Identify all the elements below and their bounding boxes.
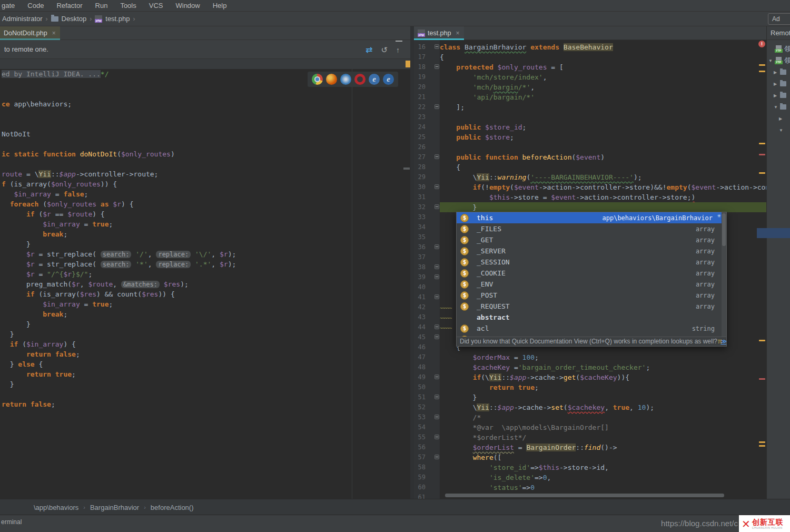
breadcrumb-item[interactable]: test.php	[105, 15, 130, 23]
code-line[interactable]: 22 ];	[414, 102, 766, 112]
splitter[interactable]	[410, 26, 414, 515]
code-line[interactable]: 30 if(!empty($event->action->controller-…	[414, 182, 766, 192]
remote-panel-selected-row[interactable]	[757, 228, 790, 238]
remote-tree-row[interactable]: ▼	[767, 124, 790, 136]
upload-icon[interactable]: ↑	[396, 40, 400, 60]
code-line[interactable]: 48 $cacheKey ='bargain_order_timeout_che…	[414, 362, 766, 372]
chevron-right-icon[interactable]: ▶	[774, 82, 778, 86]
code-line[interactable]: 55 *$orderList*/	[414, 432, 766, 442]
code-line[interactable]: 28 {	[414, 162, 766, 172]
fold-marker-icon[interactable]	[434, 244, 439, 249]
fold-marker-icon[interactable]	[434, 104, 439, 109]
code-line[interactable]: 26	[414, 142, 766, 152]
code-line[interactable]: 23	[414, 112, 766, 122]
chevron-down-icon[interactable]: ▼	[768, 58, 773, 63]
code-line[interactable]: 58 'store_id'=>$this->store->id,	[414, 462, 766, 472]
menu-item-code[interactable]: Code	[27, 2, 44, 9]
code-line[interactable]: return false;	[2, 399, 410, 409]
close-icon[interactable]: ×	[52, 29, 56, 37]
code-line[interactable]: NotDoIt	[2, 129, 410, 139]
breadcrumb-item[interactable]: \app\behaviors	[34, 504, 78, 511]
code-line[interactable]: 60 'status'=>0	[414, 482, 766, 492]
chevron-right-icon[interactable]: ▶	[774, 70, 778, 75]
code-line[interactable]	[2, 89, 410, 99]
remote-tree-row[interactable]: ▼领	[767, 55, 790, 66]
code-line[interactable]: 47 $orderMax = 100;	[414, 352, 766, 362]
code-line[interactable]: break;	[2, 229, 410, 239]
code-line[interactable]: $in_array = false;	[2, 189, 410, 199]
code-line[interactable]: ic static function doNotDoIt($only_route…	[2, 149, 410, 159]
breadcrumb-item[interactable]: beforeAction()	[151, 504, 194, 511]
tab-donotdoit-php[interactable]: DoNotDoIt.php ×	[0, 26, 60, 40]
code-line[interactable]: }	[2, 329, 410, 339]
remote-tree-row[interactable]: ▶	[767, 90, 790, 101]
code-line[interactable]: if ($in_array) {	[2, 339, 410, 349]
code-line[interactable]: } else {	[2, 359, 410, 369]
code-line[interactable]: $r = str_replace( search: '*', replace: …	[2, 259, 410, 269]
code-line[interactable]: break;	[2, 309, 410, 319]
fold-marker-icon[interactable]	[434, 334, 439, 339]
completion-item[interactable]: $_FILESarray	[457, 223, 726, 234]
menu-item-run[interactable]: Run	[95, 2, 108, 9]
code-line[interactable]: 32 }	[414, 202, 766, 212]
remote-tree-row[interactable]: ▶	[767, 113, 790, 124]
completion-item[interactable]: $_SERVERarray	[457, 245, 726, 257]
completion-item[interactable]: $_ENVarray	[457, 279, 726, 290]
firefox-browser-icon[interactable]	[326, 74, 337, 85]
sync-arrows-icon[interactable]: ⇄	[366, 41, 372, 59]
chevron-down-icon[interactable]: ▼	[774, 105, 778, 110]
code-line[interactable]: 20 'mch/bargin/*',	[414, 82, 766, 92]
ie-browser-icon[interactable]	[369, 74, 380, 85]
remote-tree-row[interactable]: ▼	[767, 101, 790, 113]
close-icon[interactable]: ×	[456, 29, 459, 37]
code-line[interactable]: return false;	[2, 349, 410, 359]
undo-icon[interactable]: ↺	[381, 41, 388, 59]
completion-item[interactable]: $aclstring	[457, 323, 726, 334]
code-line[interactable]: 24 public $store_id;	[414, 122, 766, 132]
toolbar-ad-button[interactable]: Ad	[768, 13, 790, 25]
breadcrumb-item[interactable]: Desktop	[62, 15, 87, 23]
tab-test-php[interactable]: test.php ×	[414, 26, 464, 40]
code-line[interactable]	[2, 389, 410, 399]
code-line[interactable]: 51 }	[414, 392, 766, 402]
code-line[interactable]: return true;	[2, 369, 410, 379]
code-line[interactable]: 29 \Yii::warning('----BARGAINBEHAVIOR---…	[414, 172, 766, 182]
menu-item-vcs[interactable]: VCS	[149, 2, 163, 9]
code-line[interactable]: 56 $orderList = BargainOrder::find()->	[414, 442, 766, 452]
code-line[interactable]: foreach ($only_routes as $r) {	[2, 199, 410, 209]
code-line[interactable]: ce app\behaviors;	[2, 99, 410, 109]
fold-marker-icon[interactable]	[434, 294, 439, 299]
code-line[interactable]: 27 public function beforeAction($event)	[414, 152, 766, 162]
fold-marker-icon[interactable]	[434, 324, 439, 329]
error-indicator-icon[interactable]: !	[758, 41, 765, 47]
terminal-toolwindow-button[interactable]: erminal	[1, 518, 22, 526]
menu-item-window[interactable]: Window	[175, 2, 200, 9]
code-line[interactable]: }	[2, 239, 410, 249]
fold-marker-icon[interactable]	[434, 274, 439, 279]
code-line[interactable]: 31 $this->store = $event->action->contro…	[414, 192, 766, 202]
code-line[interactable]: 19 'mch/store/index',	[414, 72, 766, 82]
scrollbar-thumb[interactable]	[445, 494, 724, 497]
code-line[interactable]: preg_match($r, $route, &matches: $res);	[2, 279, 410, 289]
breadcrumb-item[interactable]: Administrator	[2, 15, 43, 23]
fold-marker-icon[interactable]	[434, 375, 439, 379]
code-line[interactable]: 50 return true;	[414, 382, 766, 392]
menu-item-help[interactable]: Help	[213, 2, 227, 9]
code-line[interactable]: 54 *@var \app\models\BargainOrder[]	[414, 422, 766, 432]
completion-item[interactable]: $_COOKIEarray	[457, 268, 726, 279]
chrome-browser-icon[interactable]	[312, 74, 323, 85]
code-line[interactable]: 16class BargainBrhavior extends BaseBeha…	[414, 42, 766, 52]
edge-browser-icon[interactable]	[383, 74, 394, 85]
fold-marker-icon[interactable]	[434, 264, 439, 269]
code-line[interactable]: 57 where([	[414, 452, 766, 462]
fold-marker-icon[interactable]	[434, 455, 439, 459]
fold-marker-icon[interactable]	[434, 395, 439, 399]
code-line[interactable]: 17{	[414, 52, 766, 62]
completion-item[interactable]: $_SESSIONarray	[457, 257, 726, 268]
fold-marker-icon[interactable]	[434, 204, 439, 209]
chevron-down-icon[interactable]: ▼	[779, 128, 784, 133]
menu-item-refactor[interactable]: Refactor	[56, 2, 82, 9]
code-line[interactable]: $in_array = true;	[2, 219, 410, 229]
code-line[interactable]	[2, 159, 410, 169]
fold-marker-icon[interactable]	[434, 435, 439, 439]
